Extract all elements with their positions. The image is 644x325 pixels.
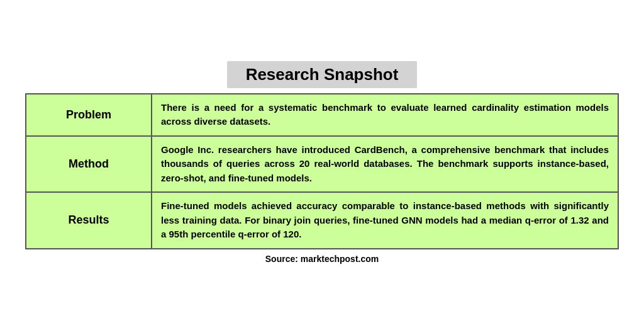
source-container: Source: marktechpost.com	[25, 253, 619, 265]
label-cell-1: Method	[26, 136, 152, 193]
label-cell-0: Problem	[26, 94, 152, 136]
table-row: ResultsFine-tuned models achieved accura…	[26, 192, 618, 249]
page-title: Research Snapshot	[246, 65, 399, 84]
research-table: ProblemThere is a need for a systematic …	[25, 93, 619, 249]
label-cell-2: Results	[26, 192, 152, 249]
source-text: Source: marktechpost.com	[265, 254, 379, 264]
content-cell-0: There is a need for a systematic benchma…	[152, 94, 618, 136]
content-cell-2: Fine-tuned models achieved accuracy comp…	[152, 192, 618, 249]
content-cell-1: Google Inc. researchers have introduced …	[152, 136, 618, 193]
title-container: Research Snapshot	[25, 61, 619, 88]
table-row: MethodGoogle Inc. researchers have intro…	[26, 136, 618, 193]
table-row: ProblemThere is a need for a systematic …	[26, 94, 618, 136]
title-box: Research Snapshot	[227, 61, 418, 88]
